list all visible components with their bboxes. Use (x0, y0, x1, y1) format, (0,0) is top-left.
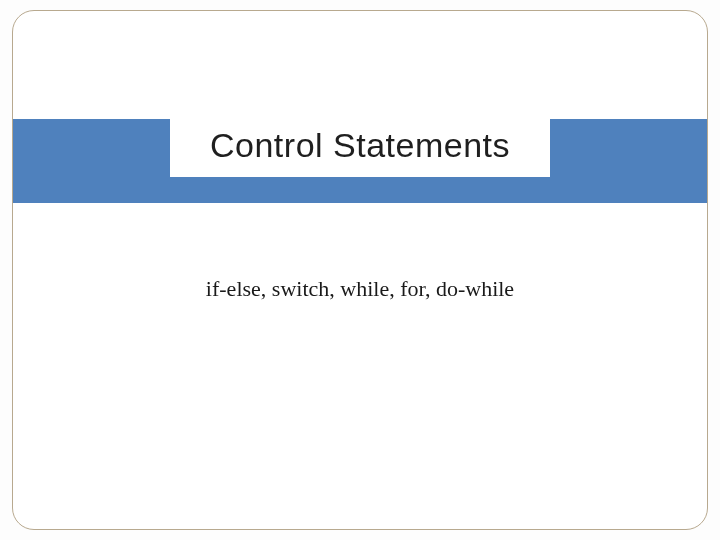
title-box: Control Statements (170, 118, 550, 177)
slide-subtitle: if-else, switch, while, for, do-while (13, 276, 707, 302)
title-band: Control Statements (13, 119, 707, 203)
slide-frame: Control Statements if-else, switch, whil… (12, 10, 708, 530)
slide-title: Control Statements (210, 126, 510, 165)
